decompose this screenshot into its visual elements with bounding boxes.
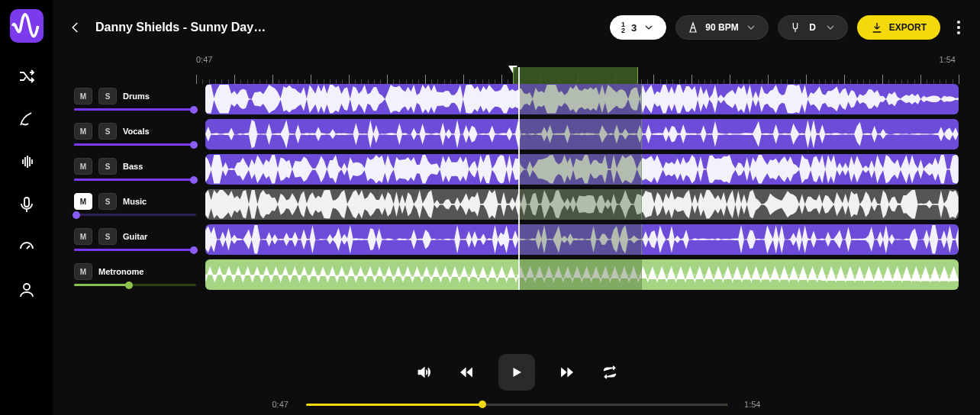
mute-button[interactable]: M [74,158,92,175]
mute-button[interactable]: M [74,228,92,245]
current-time: 0:47 [272,400,297,409]
track-row: MSDrums [74,84,959,114]
track-name: Drums [123,92,150,101]
waveform-lane[interactable] [205,189,959,220]
volume-slider[interactable] [74,108,196,111]
waveform-icon [10,9,44,43]
download-icon [871,21,883,34]
track-row: MSVocals [74,119,959,150]
solo-button[interactable]: S [98,193,117,210]
waveform-lane[interactable] [205,224,959,255]
play-button[interactable] [498,354,535,391]
timeline-start: 0:47 [196,55,212,64]
loop-region[interactable] [513,67,639,84]
nav-mic-icon[interactable] [18,195,36,214]
more-menu-button[interactable] [949,21,968,34]
nav-speed-icon[interactable] [18,238,36,256]
nav-shuffle-icon[interactable] [18,67,36,85]
transport: 0:47 1:54 [53,339,980,415]
volume-slider[interactable] [74,143,196,146]
topbar: Danny Shields - Sunny Day… 12 3 90 BPM D… [53,0,980,55]
seek-handle[interactable] [479,401,486,408]
chevron-down-icon [643,21,655,34]
chevron-down-icon [745,21,757,34]
solo-button[interactable]: S [98,158,117,175]
track-row: MMetronome [74,259,959,290]
tuning-fork-icon [789,21,801,34]
count-in-selector[interactable]: 12 3 [610,15,666,40]
timeline-end: 1:54 [940,55,956,64]
forward-button[interactable] [556,362,578,383]
track-name: Metronome [98,267,143,276]
app-logo [10,9,44,43]
waveform-lane[interactable] [205,84,959,114]
track-name: Vocals [123,127,150,136]
timeline: 0:47 1:54 MSDrumsMSVocalsMSBassMSMusicMS… [53,55,980,294]
volume-slider[interactable] [74,179,196,181]
back-button[interactable] [65,17,86,38]
track-name: Guitar [123,232,147,241]
song-title: Danny Shields - Sunny Day… [95,21,266,34]
nav-brush-icon[interactable] [18,110,36,128]
key-selector[interactable]: D [778,15,848,40]
chevron-down-icon [824,21,837,34]
export-button[interactable]: EXPORT [857,15,940,40]
mute-button[interactable]: M [74,193,92,210]
volume-slider[interactable] [74,249,196,251]
tracks: MSDrumsMSVocalsMSBassMSMusicMSGuitarMMet… [74,84,959,290]
track-row: MSGuitar [74,224,959,255]
track-name: Bass [123,162,143,171]
metronome-icon [687,21,699,34]
mute-button[interactable]: M [74,88,92,105]
solo-button[interactable]: S [98,88,117,105]
nav-equalizer-icon[interactable] [18,153,36,171]
ruler[interactable] [196,67,959,84]
total-time: 1:54 [737,400,761,409]
sidebar [0,0,53,415]
nav-profile-icon[interactable] [18,281,36,299]
track-row: MSBass [74,154,959,185]
waveform-lane[interactable] [205,154,959,185]
mute-button[interactable]: M [74,123,92,140]
solo-button[interactable]: S [98,228,117,245]
waveform-lane[interactable] [205,119,959,150]
loop-button[interactable] [599,362,621,383]
svg-point-1 [24,284,30,290]
waveform-lane[interactable] [205,259,959,290]
rewind-button[interactable] [456,362,477,383]
solo-button[interactable]: S [98,123,117,140]
track-row: MSMusic [74,189,959,220]
count-in-value: 3 [631,22,637,34]
track-name: Music [123,197,147,206]
svg-rect-0 [24,198,29,207]
seek-bar[interactable] [306,404,727,406]
key-value: D [808,22,818,33]
volume-button[interactable] [413,362,434,383]
volume-slider[interactable] [74,284,196,286]
mute-button[interactable]: M [74,263,92,280]
tempo-value: 90 BPM [705,22,738,33]
tempo-selector[interactable]: 90 BPM [675,15,768,40]
volume-slider[interactable] [74,214,196,216]
